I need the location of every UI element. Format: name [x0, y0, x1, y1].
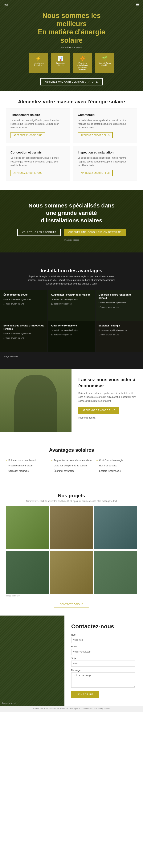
person-silhouette	[14, 375, 57, 432]
footer-sample-text: Sample Text. Click to select the text bl…	[33, 708, 110, 710]
card-title-financement: Financement solaire	[10, 113, 65, 117]
sol-list-2: Contrôlez votre énergieNon-maintenanceÉn…	[96, 458, 137, 474]
icon-card-icon-3: 🌱	[98, 56, 112, 61]
save-image-label: Image de freepik	[78, 415, 136, 421]
installation-card-3: Bénéficiez de crédits d'impôt et de remi…	[0, 321, 48, 352]
card-title-conception: Conception et permis	[10, 151, 65, 154]
footer: Sample Text. Click to select the text bl…	[0, 706, 143, 712]
avantages-solaires-lists: Préparez-vous pour l'avenirPréservez not…	[6, 458, 137, 474]
installation-card-0: Économies de coûts Le texte ici est sans…	[0, 290, 48, 321]
site-logo: logo	[4, 3, 8, 6]
card-content-5: Exploiter l'énergie Un peu sans signific…	[95, 321, 143, 339]
sol-item-0-2: Utilisation maximale	[6, 468, 47, 474]
card-heading-3: Bénéficiez de crédits d'impôt et de remi…	[3, 324, 45, 331]
contact-image-label: Image de freepik	[2, 702, 17, 704]
card-date-0: 17 mars environ par une	[3, 303, 45, 305]
installation-cards-grid: Économies de coûts Le texte ici est sans…	[0, 290, 143, 352]
hero-section: logo ☰ Nous sommes les meilleurs En mati…	[0, 0, 143, 91]
icon-card-label-0: Installation de l'onduleur	[31, 62, 45, 66]
avantages-solaires-section: Avantages solaires Préparez-vous pour l'…	[0, 432, 143, 481]
project-image-2	[50, 506, 93, 549]
sol-item-1-2: Épargner davantage	[51, 468, 92, 474]
icon-card-label-1: Diagnostics virtuels	[54, 62, 67, 66]
icon-card-icon-2: 🔆	[76, 56, 89, 61]
icon-card-icon-0: ⚡	[31, 56, 45, 61]
submit-button[interactable]: S'INSCRIRE	[71, 691, 99, 698]
card-body-0: Le texte ici est sans signification	[3, 298, 45, 301]
card-link-inspection[interactable]: APPRENEZ ENCORE PLUS	[78, 170, 113, 176]
project-image-1	[6, 506, 49, 549]
message-input[interactable]	[71, 672, 136, 688]
sol-item-2-2: Énergie renouvelable	[96, 468, 137, 474]
sol-item-0-1: Préservez notre maison	[6, 463, 47, 468]
alimentez-section: Alimentez votre maison avec l'énergie so…	[0, 99, 143, 190]
view-products-button[interactable]: VOIR TOUS LES PRODUITS	[17, 229, 61, 236]
email-label: Email	[71, 645, 136, 648]
card-content-3: Bénéficiez de crédits d'impôt et de remi…	[0, 321, 48, 342]
card-link-conception[interactable]: APPRENEZ ENCORE PLUS	[10, 170, 46, 176]
navigation: logo ☰	[0, 0, 143, 9]
subject-input[interactable]	[71, 660, 136, 666]
projets-grid	[6, 506, 137, 593]
sol-list-1: Augmentez la valeur de votre maisonDites…	[51, 458, 92, 474]
card-content-0: Économies de coûts Le texte ici est sans…	[0, 290, 48, 308]
contact-image-col: Image de freepik	[0, 616, 64, 706]
card-body-2: Le texte ici est sans signification	[98, 301, 140, 304]
projets-title: Nos projets	[6, 493, 137, 499]
sol-item-1-0: Augmentez la valeur de votre maison	[51, 458, 92, 463]
card-date-4: 17 mars environ par une	[51, 333, 92, 336]
installation-card-1: Augmenter la valeur de la maison Le text…	[48, 290, 95, 321]
save-learn-more-button[interactable]: APPRENDRE ENCORE PLUS	[78, 407, 119, 413]
icon-card-2: 🔆Expert en installation de panneaux sola…	[73, 53, 92, 73]
alimentez-card-commercial: Commercial Le texte ici est sans signifi…	[73, 108, 137, 143]
hamburger-menu-icon[interactable]: ☰	[136, 2, 139, 7]
alimentez-cards-grid: Financement solaire Le texte ici est san…	[0, 108, 143, 188]
hero-subtitle: sous-titre de héros	[29, 46, 114, 49]
save-title: Laissez-nous vous aider à économiser	[78, 377, 136, 389]
icon-card-1: 📊Diagnostics virtuels	[51, 53, 70, 73]
get-consultation-button[interactable]: OBTENEZ UNE CONSULTATION GRATUITE	[64, 229, 125, 236]
card-link-financement[interactable]: APPRENEZ ENCORE PLUS	[10, 132, 46, 138]
sol-item-0-0: Préparez-vous pour l'avenir	[6, 458, 47, 463]
save-person-image	[0, 369, 72, 432]
icon-card-label-3: Vivre de façon durable	[98, 62, 112, 66]
card-title-commercial: Commercial	[78, 113, 133, 117]
card-heading-0: Économies de coûts	[3, 293, 45, 297]
projets-contact-button[interactable]: CONTACTEZ-NOUS	[54, 601, 89, 608]
installation-card-5: Exploiter l'énergie Un peu sans signific…	[95, 321, 143, 352]
name-input[interactable]	[71, 637, 136, 643]
card-text-commercial: Le texte ici est sans signification, mai…	[78, 119, 133, 130]
card-heading-2: L'énergie solaire fonctionne partout	[98, 293, 140, 300]
card-date-3: 17 mars environ par une	[3, 337, 45, 339]
hero-cta-button[interactable]: OBTENEZ UNE CONSULTATION GRATUITE	[40, 78, 103, 86]
email-input[interactable]	[71, 649, 136, 655]
card-date-5: 17 mars environ par une	[98, 333, 140, 336]
specialise-buttons: VOIR TOUS LES PRODUITS OBTENEZ UNE CONSU…	[8, 229, 135, 236]
card-heading-4: Aider l'environnement	[51, 324, 92, 328]
save-text-col: Laissez-nous vous aider à économiser Dui…	[72, 369, 143, 432]
card-text-financement: Le texte ici est sans signification, mai…	[10, 119, 65, 130]
installation-card-2: L'énergie solaire fonctionne partout Le …	[95, 290, 143, 321]
card-title-inspection: Inspection et installation	[78, 151, 133, 154]
specialise-title: Nous sommes spécialisés dans une grande …	[8, 202, 135, 224]
project-image-6	[94, 551, 137, 594]
projets-section: Nos projets Sample text. Click to select…	[0, 481, 143, 615]
installation-section: Installation des avantages Exploitez l'é…	[0, 252, 143, 369]
save-section: Laissez-nous vous aider à économiser Dui…	[0, 369, 143, 432]
installation-title: Installation des avantages	[0, 260, 143, 274]
specialise-image-label: Image de freepik	[8, 239, 135, 241]
card-body-4: Le texte ici est sans signification	[51, 329, 92, 332]
contact-form-col: Contactez-nous Nom Email Sujet Message S…	[64, 616, 143, 706]
installation-image-label: Image de freepik	[0, 354, 143, 361]
card-heading-5: Exploiter l'énergie	[98, 324, 140, 328]
alimentez-title: Alimentez votre maison avec l'énergie so…	[0, 99, 143, 105]
avantages-solaires-title: Avantages solaires	[6, 447, 137, 453]
icon-card-icon-1: 📊	[54, 56, 67, 61]
card-link-commercial[interactable]: APPRENEZ ENCORE PLUS	[78, 132, 113, 138]
subject-label: Sujet	[71, 657, 136, 660]
installation-card-4: Aider l'environnement Le texte ici est s…	[48, 321, 95, 352]
contact-inner: Image de freepik Contactez-nous Nom Emai…	[0, 616, 143, 706]
sol-item-1-1: Dites non aux pannes de courant	[51, 463, 92, 468]
alimentez-card-conception: Conception et permis Le texte ici est sa…	[6, 146, 70, 181]
icon-cards-row: ⚡Installation de l'onduleur📊Diagnostics …	[29, 53, 114, 73]
